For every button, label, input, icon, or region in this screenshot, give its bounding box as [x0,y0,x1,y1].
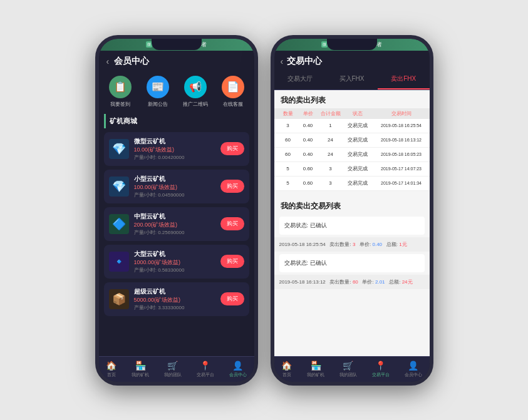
table-header: 数量 单价 合计金额 状态 交易时间 操作 [274,108,430,119]
sell-transactions-section: 我的卖出交易列表 交易状态: 已确认 2019-05-18 16:25:54 卖… [274,191,430,289]
td-price-1: 0.40 [297,137,319,143]
td-time-4: 2019-05-17 14:01:34 [373,181,430,185]
phone-2-notch [327,39,377,50]
icon-qrcode[interactable]: 📢 推广二维码 [179,76,212,108]
nav-miner-label-2: 我的矿机 [307,372,324,378]
trade-back-arrow[interactable]: ‹ [281,56,284,66]
miner-output-3: 产量/小时: 0.58330000 [134,267,215,274]
buy-btn-0[interactable]: 购买 [220,142,244,155]
nav-member-icon-1: 👤 [232,361,243,371]
miner-icon-0: 💎 [109,139,129,159]
td-qty-1: 60 [279,137,297,143]
nav-miner-2[interactable]: 🏪 我的矿机 [307,361,324,378]
phone-2: 微 微信公众号 乙帅读者 ‹ 交易中心 交易大厅 买入FHX 卖出FHX 我的卖… [271,35,433,386]
nav-trade-label-2: 交易平台 [372,372,390,378]
td-time-0: 2019-05-18 16:25:54 [373,123,430,128]
td-price-3: 0.60 [297,166,319,172]
miner-price-1: 100.00(矿场效益) [134,183,215,192]
buy-btn-2[interactable]: 购买 [220,217,244,230]
miner-output-0: 产量/小时: 0.00420000 [134,154,215,161]
sell-detail-row-0: 2019-05-18 16:25:54 卖出数量: 3 单价: 0.40 总额:… [274,237,430,252]
miner-icon-2: 🔷 [109,214,129,234]
nav-trade-1[interactable]: 📍 交易平台 [197,361,214,378]
nav-miner-1[interactable]: 🏪 我的矿机 [132,361,149,378]
tab-sell[interactable]: 卖出FHX [378,69,430,90]
icon-qrcode-circle: 📢 [184,76,207,98]
nav-miner-icon-2: 🏪 [311,361,321,371]
back-arrow-1[interactable]: ‹ [106,56,110,66]
th-price: 单价 [297,110,319,117]
nav-team-label-1: 我的团队 [164,372,182,378]
td-status-2: 交易完成 [342,151,373,158]
icon-service-label: 在线客服 [223,101,243,108]
nav-miner-label-1: 我的矿机 [132,372,149,378]
miner-icon-1: 💎 [109,177,129,197]
td-status-1: 交易完成 [342,136,373,143]
nav-member-2[interactable]: 👤 会员中心 [405,361,422,378]
tabs-bar: 交易大厅 买入FHX 卖出FHX [274,69,430,90]
miner-info-2: 中型云矿机 200.00(矿场效益) 产量/小时: 0.25690000 [134,212,215,236]
phone-1-screen: 微 微信公众号 乙帅读者 ‹ 会员中心 📋 我要签到 📰 新闻公告 [99,39,254,382]
nav-home-label-1: 首页 [107,372,116,378]
th-qty: 数量 [279,110,297,117]
th-time: 交易时间 [373,110,430,117]
nav-home-1[interactable]: 🏠 首页 [106,361,116,378]
nav-member-1[interactable]: 👤 会员中心 [229,361,247,378]
miner-name-0: 微型云矿机 [134,137,215,146]
miner-price-2: 200.00(矿场效益) [134,221,215,229]
td-time-3: 2019-05-17 14:07:23 [373,166,430,171]
icon-service[interactable]: 📄 在线客服 [217,76,249,108]
buy-btn-4[interactable]: 购买 [220,292,244,305]
miner-info-1: 小型云矿机 100.00(矿场效益) 产量/小时: 0.04590000 [134,175,215,198]
buy-btn-1[interactable]: 购买 [220,180,244,193]
miner-output-2: 产量/小时: 0.25690000 [134,229,215,236]
miner-price-4: 5000.00(矿场效益) [134,296,215,304]
sell-detail-date-1: 2019-05-18 16:13:12 卖出数量: 60 单价: 2.01 总额… [279,277,425,287]
td-status-0: 交易完成 [342,122,373,129]
icon-checkin-label: 我要签到 [110,101,130,108]
nav-team-1[interactable]: 🛒 我的团队 [164,361,182,378]
nav-trade-icon-2: 📍 [375,361,386,371]
tab-buy[interactable]: 买入FHX [326,69,378,90]
miner-icon-4: 📦 [109,289,129,309]
nav-home-icon-1: 🏠 [106,361,116,371]
td-time-1: 2019-05-18 16:13:12 [373,138,430,142]
th-status: 状态 [342,110,373,117]
buy-btn-3[interactable]: 购买 [220,255,244,268]
page-header-1: ‹ 会员中心 [99,51,254,71]
sell-record-0: 交易状态: 已确认 [279,217,425,235]
nav-home-icon-2: 🏠 [281,361,292,371]
icon-checkin[interactable]: 📋 我要签到 [104,76,137,108]
tab-hall[interactable]: 交易大厅 [274,69,326,90]
phone-2-screen: 微 微信公众号 乙帅读者 ‹ 交易中心 交易大厅 买入FHX 卖出FHX 我的卖… [274,39,430,382]
td-total-2: 24 [319,151,342,157]
icon-checkin-circle: 📋 [109,76,132,98]
miner-item-1: 💎 小型云矿机 100.00(矿场效益) 产量/小时: 0.04590000 购… [104,170,249,203]
nav-home-label-2: 首页 [282,372,291,378]
nav-member-label-1: 会员中心 [229,372,247,378]
trade-title: 交易中心 [287,56,322,67]
nav-team-2[interactable]: 🛒 我的团队 [339,361,357,378]
miner-item-3: 🔹 大型云矿机 1000.00(矿场效益) 产量/小时: 0.58330000 … [104,245,249,279]
nav-trade-2[interactable]: 📍 交易平台 [372,361,390,378]
icon-news[interactable]: 📰 新闻公告 [142,76,174,108]
bottom-nav-2: 🏠 首页 🏪 我的矿机 🛒 我的团队 📍 交易平台 👤 会员中心 [274,356,430,382]
sell-record-1: 交易状态: 已确认 [279,254,425,272]
bottom-nav-1: 🏠 首页 🏪 我的矿机 🛒 我的团队 📍 交易平台 👤 会员中心 [99,356,254,382]
icon-grid: 📋 我要签到 📰 新闻公告 📢 推广二维码 📄 在线客服 [104,76,249,108]
td-qty-3: 5 [279,166,297,172]
td-qty-4: 5 [279,180,297,186]
miner-info-0: 微型云矿机 10.00(矿场效益) 产量/小时: 0.00420000 [134,137,215,161]
trade-content: 我的卖出列表 数量 单价 合计金额 状态 交易时间 操作 3 0.40 1 交易… [274,90,430,356]
table-row-1: 60 0.40 24 交易完成 2019-05-18 16:13:12 交易完成 [274,133,430,148]
nav-home-2[interactable]: 🏠 首页 [281,361,292,378]
miner-name-2: 中型云矿机 [134,212,215,221]
sell-detail-row-1: 2019-05-18 16:13:12 卖出数量: 60 单价: 2.01 总额… [274,275,430,289]
sell-status-0: 交易状态: 已确认 [284,220,420,231]
sell-status-1: 交易状态: 已确认 [284,258,420,269]
table-row-0: 3 0.40 1 交易完成 2019-05-18 16:25:54 交易完成 [274,119,430,133]
td-status-4: 交易完成 [342,180,373,187]
nav-member-label-2: 会员中心 [405,372,422,378]
phones-container: 微 微信公众号 乙帅读者 ‹ 会员中心 📋 我要签到 📰 新闻公告 [83,23,446,398]
page-title-1: 会员中心 [114,56,149,67]
